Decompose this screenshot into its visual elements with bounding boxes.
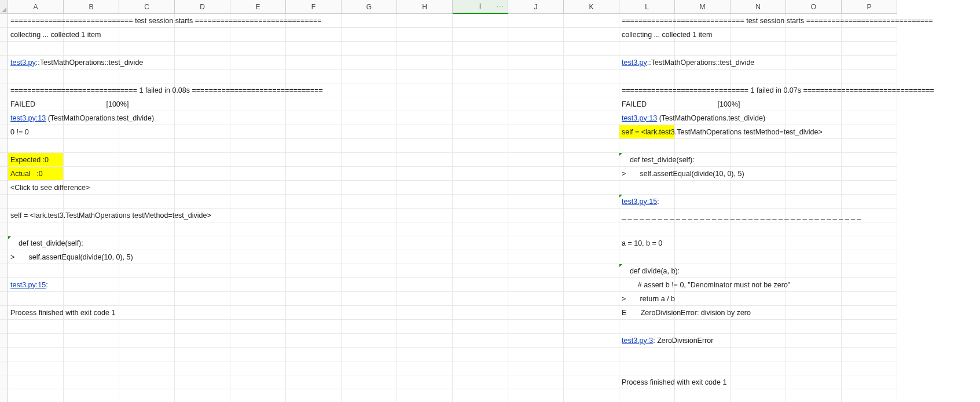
cell[interactable]	[175, 320, 230, 334]
cell[interactable]	[842, 375, 897, 389]
cell[interactable]	[508, 97, 564, 111]
cell[interactable]	[397, 348, 453, 361]
cell[interactable]	[175, 195, 230, 209]
cell[interactable]	[230, 28, 286, 42]
cell[interactable]	[508, 236, 564, 250]
cell[interactable]	[397, 292, 453, 306]
cell[interactable]	[786, 70, 842, 83]
cell[interactable]	[119, 222, 175, 236]
cell[interactable]	[397, 167, 453, 181]
cell[interactable]	[397, 375, 453, 389]
cell[interactable]	[564, 28, 619, 42]
cell[interactable]	[8, 320, 64, 334]
cell[interactable]	[230, 97, 286, 111]
row-header[interactable]	[0, 375, 8, 389]
cell[interactable]	[731, 264, 786, 278]
cell[interactable]	[508, 42, 564, 56]
cell[interactable]	[453, 278, 508, 292]
row-header[interactable]	[0, 222, 8, 236]
cell[interactable]	[731, 222, 786, 236]
cell[interactable]	[619, 389, 675, 402]
cell[interactable]	[8, 222, 64, 236]
cell[interactable]	[230, 334, 286, 348]
cell[interactable]	[842, 181, 897, 195]
row-header[interactable]	[0, 334, 8, 348]
cell[interactable]	[342, 306, 397, 320]
cell[interactable]	[286, 209, 342, 222]
cell[interactable]	[230, 42, 286, 56]
cell[interactable]	[119, 167, 175, 181]
row-header[interactable]	[0, 292, 8, 306]
cell[interactable]	[397, 70, 453, 83]
cell[interactable]	[786, 375, 842, 389]
cell[interactable]	[397, 222, 453, 236]
cell[interactable]	[842, 389, 897, 402]
cell[interactable]	[508, 264, 564, 278]
cell[interactable]	[453, 14, 508, 28]
cell[interactable]	[675, 181, 731, 195]
cell[interactable]	[508, 292, 564, 306]
cell[interactable]	[8, 334, 64, 348]
cell[interactable]	[286, 361, 342, 375]
cell[interactable]	[619, 70, 675, 83]
cell[interactable]	[230, 195, 286, 209]
cell[interactable]	[175, 389, 230, 402]
cell[interactable]	[619, 320, 675, 334]
cell[interactable]	[786, 97, 842, 111]
cell[interactable]	[286, 292, 342, 306]
cell[interactable]	[508, 70, 564, 83]
cell[interactable]	[564, 139, 619, 153]
cell[interactable]	[397, 42, 453, 56]
cell[interactable]	[64, 320, 119, 334]
cell[interactable]: test3.py:15:	[619, 195, 675, 209]
cell[interactable]	[230, 139, 286, 153]
cell[interactable]	[397, 97, 453, 111]
cell[interactable]	[731, 28, 786, 42]
cell[interactable]	[342, 222, 397, 236]
col-D[interactable]: D	[175, 0, 230, 14]
cell[interactable]	[397, 361, 453, 375]
row-header[interactable]	[0, 264, 8, 278]
cell[interactable]	[508, 153, 564, 167]
cell[interactable]	[508, 209, 564, 222]
cell[interactable]	[508, 14, 564, 28]
cell[interactable]	[842, 278, 897, 292]
cell[interactable]	[453, 389, 508, 402]
cell[interactable]: test3.py::TestMathOperations::test_divid…	[619, 56, 675, 70]
row-header[interactable]	[0, 236, 8, 250]
cell[interactable]	[842, 125, 897, 139]
row-header[interactable]	[0, 278, 8, 292]
cell[interactable]: FAILED	[619, 97, 675, 111]
cell[interactable]	[286, 125, 342, 139]
cell[interactable]	[175, 181, 230, 195]
left-tb15-link[interactable]: test3.py:15	[10, 281, 46, 289]
cell[interactable]	[786, 42, 842, 56]
cell[interactable]: > return a / b	[619, 292, 675, 306]
cell[interactable]	[286, 42, 342, 56]
cell[interactable]	[731, 181, 786, 195]
cell[interactable]	[342, 111, 397, 125]
cell[interactable]	[675, 139, 731, 153]
cell[interactable]	[508, 139, 564, 153]
cell[interactable]	[786, 195, 842, 209]
cell[interactable]	[842, 139, 897, 153]
cell[interactable]	[119, 334, 175, 348]
cell[interactable]	[230, 181, 286, 195]
cell[interactable]	[731, 153, 786, 167]
cell[interactable]	[842, 222, 897, 236]
cell[interactable]	[731, 195, 786, 209]
cell[interactable]	[397, 278, 453, 292]
cell[interactable]	[119, 306, 175, 320]
cell[interactable]: <Click to see difference>	[8, 181, 64, 195]
cell[interactable]	[230, 361, 286, 375]
cell[interactable]	[453, 375, 508, 389]
cell[interactable]	[175, 334, 230, 348]
cell[interactable]	[675, 389, 731, 402]
cell[interactable]	[397, 153, 453, 167]
cell[interactable]	[119, 42, 175, 56]
cell[interactable]	[175, 42, 230, 56]
cell[interactable]	[564, 111, 619, 125]
cell[interactable]	[453, 83, 508, 97]
cell[interactable]	[842, 320, 897, 334]
cell[interactable]	[453, 250, 508, 264]
